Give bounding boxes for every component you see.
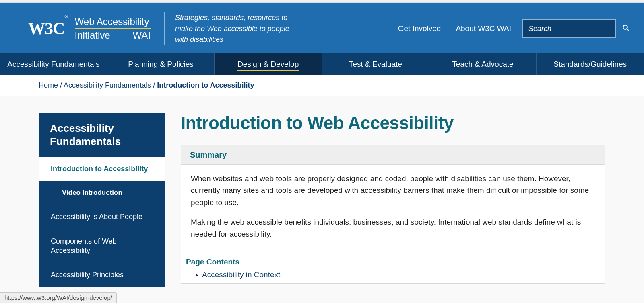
logo-block[interactable]: W3C® Web Accessibility Initiative WAI bbox=[28, 16, 151, 41]
page-contents-list: Accessibility in Context bbox=[186, 270, 595, 279]
breadcrumb-sep: / bbox=[153, 81, 157, 89]
search-input[interactable] bbox=[528, 25, 622, 33]
nav-design-develop[interactable]: Design & Develop bbox=[215, 53, 322, 75]
page-contents: Page Contents Accessibility in Context bbox=[181, 256, 605, 283]
nav-planning-policies[interactable]: Planning & Policies bbox=[107, 53, 215, 75]
breadcrumb-parent[interactable]: Accessibility Fundamentals bbox=[64, 81, 151, 89]
main-content: Introduction to Web Accessibility Summar… bbox=[181, 113, 605, 284]
nav-accessibility-fundamentals[interactable]: Accessibility Fundamentals bbox=[0, 53, 107, 75]
sidenav-item-intro[interactable]: Introduction to Accessibility bbox=[39, 157, 165, 181]
wai-line2: Initiative WAI bbox=[75, 28, 151, 41]
get-involved-link[interactable]: Get Involved bbox=[398, 24, 441, 33]
summary-paragraph-1: When websites and web tools are properly… bbox=[191, 173, 595, 208]
page-title: Introduction to Web Accessibility bbox=[181, 113, 605, 133]
page-contents-label: Page Contents bbox=[186, 258, 595, 266]
breadcrumb-current: Introduction to Accessibility bbox=[157, 81, 254, 89]
wai-title: Web Accessibility Initiative WAI bbox=[75, 16, 151, 41]
breadcrumb: Home / Accessibility Fundamentals / Intr… bbox=[0, 75, 644, 96]
content-wrap: Accessibility Fundamentals Introduction … bbox=[0, 96, 644, 287]
breadcrumb-sep: / bbox=[60, 81, 64, 89]
main-nav: Accessibility Fundamentals Planning & Po… bbox=[0, 53, 644, 75]
tagline: Strategies, standards, resources to make… bbox=[175, 12, 296, 45]
summary-heading: Summary bbox=[181, 145, 605, 165]
browser-top-bar bbox=[0, 0, 644, 3]
list-item: Accessibility in Context bbox=[202, 270, 595, 279]
site-header: W3C® Web Accessibility Initiative WAI St… bbox=[0, 3, 644, 53]
breadcrumb-home[interactable]: Home bbox=[39, 81, 58, 89]
side-nav: Accessibility Fundamentals Introduction … bbox=[39, 113, 165, 287]
sidenav-item-about-people[interactable]: Accessibility is About People bbox=[39, 205, 165, 229]
sidenav-item-video[interactable]: Video Introduction bbox=[39, 181, 165, 205]
header-divider bbox=[164, 12, 165, 45]
header-link-separator bbox=[448, 24, 448, 33]
side-nav-header[interactable]: Accessibility Fundamentals bbox=[39, 113, 165, 157]
header-links: Get Involved About W3C WAI bbox=[398, 19, 616, 38]
svg-point-0 bbox=[623, 25, 627, 29]
sidenav-item-principles[interactable]: Accessibility Principles bbox=[39, 263, 165, 287]
summary-paragraph-2: Making the web accessible benefits indiv… bbox=[191, 216, 595, 240]
nav-test-evaluate[interactable]: Test & Evaluate bbox=[322, 53, 429, 75]
toc-link-context[interactable]: Accessibility in Context bbox=[202, 270, 280, 279]
svg-line-1 bbox=[627, 29, 629, 31]
about-link[interactable]: About W3C WAI bbox=[456, 24, 511, 33]
wai-line1: Web Accessibility bbox=[75, 16, 151, 27]
search-box[interactable] bbox=[522, 19, 616, 38]
w3c-logo: W3C® bbox=[28, 19, 68, 38]
summary-body: When websites and web tools are properly… bbox=[181, 165, 605, 256]
sidenav-item-components[interactable]: Components of Web Accessibility bbox=[39, 229, 165, 263]
nav-teach-advocate[interactable]: Teach & Advocate bbox=[429, 53, 537, 75]
nav-standards-guidelines[interactable]: Standards/Guidelines bbox=[537, 53, 644, 75]
search-icon[interactable] bbox=[622, 24, 630, 33]
summary-box: Summary When websites and web tools are … bbox=[181, 145, 605, 284]
